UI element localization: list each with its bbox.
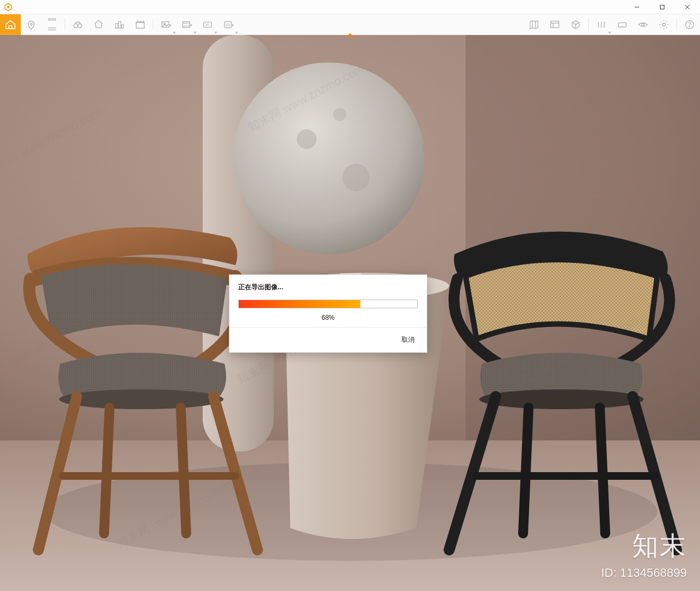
buildings-button[interactable]: [109, 14, 130, 35]
scene-button[interactable]: [88, 14, 109, 35]
svg-point-46: [333, 108, 346, 121]
dialog-body: 正在导出图像... 68%: [229, 275, 427, 327]
export-video-button[interactable]: [176, 14, 197, 35]
svg-rect-12: [122, 25, 124, 28]
toolbar-separator: [588, 18, 589, 31]
svg-point-45: [342, 164, 370, 191]
titlebar-left: [0, 2, 13, 12]
dropdown-caret-icon: [214, 32, 217, 34]
dropdown-caret-icon: [608, 32, 611, 34]
settings-button[interactable]: [653, 14, 674, 35]
svg-point-43: [233, 62, 424, 254]
svg-point-44: [297, 129, 317, 149]
home-button[interactable]: [0, 14, 21, 35]
layout-button[interactable]: [544, 14, 565, 35]
dropdown-caret-icon: [235, 32, 238, 34]
toolbar-expand-chevron-icon[interactable]: [346, 32, 354, 40]
cancel-button[interactable]: 取消: [398, 333, 418, 347]
progress-percent-label: 68%: [238, 314, 418, 322]
svg-rect-11: [118, 22, 121, 28]
dropdown-caret-icon: [193, 32, 197, 34]
dialog-title: 正在导出图像...: [238, 283, 418, 292]
map-button[interactable]: [524, 14, 544, 35]
dropdown-caret-icon: [173, 32, 176, 34]
export-image-button[interactable]: [156, 14, 176, 35]
window-controls: [624, 0, 700, 14]
watermark-id: ID: 1134568899: [601, 566, 687, 580]
toolbar-right-group: [524, 14, 700, 35]
toolbar-separator: [65, 18, 65, 31]
app-logo-icon: [3, 2, 13, 12]
svg-point-33: [689, 26, 690, 27]
help-button[interactable]: [679, 14, 700, 35]
window-titlebar: [0, 0, 700, 14]
export-progress-dialog: 正在导出图像... 68% 取消: [229, 274, 427, 353]
progress-bar-fill: [239, 300, 360, 308]
svg-rect-25: [551, 21, 559, 28]
toolbar-separator: [153, 18, 153, 31]
minimize-button[interactable]: [624, 0, 650, 14]
svg-point-8: [74, 24, 78, 27]
toolbar-separator: [676, 18, 677, 31]
svg-point-0: [7, 5, 10, 8]
vr-button[interactable]: [612, 14, 633, 35]
svg-rect-2: [661, 5, 664, 9]
maximize-button[interactable]: [650, 0, 675, 14]
render-viewport[interactable]: 知末网 www.znzmo.com 知末网 www.znzmo.com 知末网 …: [0, 35, 700, 591]
location-button[interactable]: [21, 14, 42, 35]
svg-rect-13: [136, 22, 145, 28]
svg-point-9: [78, 24, 82, 27]
progress-bar: [238, 300, 418, 308]
svg-point-30: [642, 24, 645, 26]
export-exe-button[interactable]: EXE: [218, 14, 239, 35]
bim-button[interactable]: BIM: [42, 14, 62, 35]
binoculars-button[interactable]: [67, 14, 88, 35]
svg-text:EXE: EXE: [225, 24, 230, 26]
svg-rect-10: [116, 24, 118, 28]
svg-text:360°: 360°: [205, 24, 210, 26]
svg-point-31: [662, 23, 665, 26]
svg-point-15: [164, 23, 165, 25]
svg-point-5: [30, 23, 32, 25]
svg-point-51: [479, 389, 644, 409]
animation-button[interactable]: [130, 14, 151, 35]
panorama-360-button[interactable]: 360°: [197, 14, 218, 35]
dialog-footer: 取消: [229, 327, 427, 352]
cube-button[interactable]: [565, 14, 586, 35]
watermark-brand: 知末: [632, 529, 687, 564]
svg-point-50: [59, 389, 223, 409]
split-view-button[interactable]: [591, 14, 612, 35]
toolbar-left-group: BIM 360° EXE: [0, 14, 239, 35]
visibility-button[interactable]: [633, 14, 653, 35]
close-button[interactable]: [675, 0, 700, 14]
svg-rect-16: [183, 22, 190, 28]
